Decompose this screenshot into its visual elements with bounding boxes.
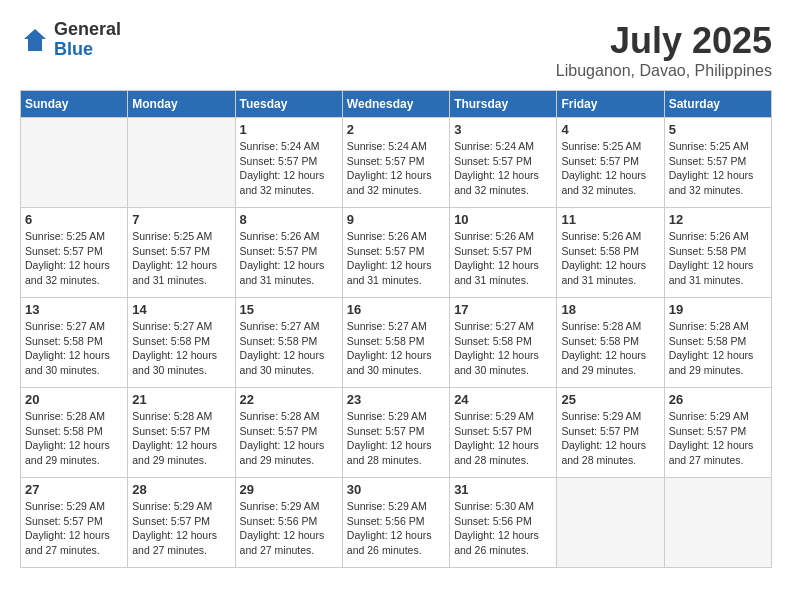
day-cell: 26Sunrise: 5:29 AMSunset: 5:57 PMDayligh… <box>664 388 771 478</box>
weekday-header-sunday: Sunday <box>21 91 128 118</box>
day-info: Sunrise: 5:27 AMSunset: 5:58 PMDaylight:… <box>25 319 123 378</box>
day-info: Sunrise: 5:29 AMSunset: 5:57 PMDaylight:… <box>561 409 659 468</box>
day-info: Sunrise: 5:30 AMSunset: 5:56 PMDaylight:… <box>454 499 552 558</box>
day-number: 23 <box>347 392 445 407</box>
week-row-1: 1Sunrise: 5:24 AMSunset: 5:57 PMDaylight… <box>21 118 772 208</box>
weekday-header-thursday: Thursday <box>450 91 557 118</box>
day-number: 28 <box>132 482 230 497</box>
logo-general-text: General <box>54 20 121 40</box>
week-row-5: 27Sunrise: 5:29 AMSunset: 5:57 PMDayligh… <box>21 478 772 568</box>
month-title: July 2025 <box>556 20 772 62</box>
day-info: Sunrise: 5:29 AMSunset: 5:56 PMDaylight:… <box>240 499 338 558</box>
day-number: 2 <box>347 122 445 137</box>
day-info: Sunrise: 5:29 AMSunset: 5:57 PMDaylight:… <box>132 499 230 558</box>
day-cell <box>21 118 128 208</box>
day-cell: 20Sunrise: 5:28 AMSunset: 5:58 PMDayligh… <box>21 388 128 478</box>
day-number: 15 <box>240 302 338 317</box>
day-cell: 15Sunrise: 5:27 AMSunset: 5:58 PMDayligh… <box>235 298 342 388</box>
day-info: Sunrise: 5:29 AMSunset: 5:57 PMDaylight:… <box>347 409 445 468</box>
week-row-2: 6Sunrise: 5:25 AMSunset: 5:57 PMDaylight… <box>21 208 772 298</box>
day-info: Sunrise: 5:29 AMSunset: 5:56 PMDaylight:… <box>347 499 445 558</box>
day-info: Sunrise: 5:25 AMSunset: 5:57 PMDaylight:… <box>561 139 659 198</box>
day-number: 7 <box>132 212 230 227</box>
day-number: 30 <box>347 482 445 497</box>
day-cell: 31Sunrise: 5:30 AMSunset: 5:56 PMDayligh… <box>450 478 557 568</box>
day-number: 27 <box>25 482 123 497</box>
day-cell: 22Sunrise: 5:28 AMSunset: 5:57 PMDayligh… <box>235 388 342 478</box>
day-info: Sunrise: 5:25 AMSunset: 5:57 PMDaylight:… <box>25 229 123 288</box>
day-number: 5 <box>669 122 767 137</box>
weekday-header-saturday: Saturday <box>664 91 771 118</box>
day-info: Sunrise: 5:26 AMSunset: 5:57 PMDaylight:… <box>454 229 552 288</box>
weekday-header-row: SundayMondayTuesdayWednesdayThursdayFrid… <box>21 91 772 118</box>
weekday-header-monday: Monday <box>128 91 235 118</box>
day-cell: 18Sunrise: 5:28 AMSunset: 5:58 PMDayligh… <box>557 298 664 388</box>
day-info: Sunrise: 5:26 AMSunset: 5:57 PMDaylight:… <box>240 229 338 288</box>
logo-text: General Blue <box>54 20 121 60</box>
day-info: Sunrise: 5:27 AMSunset: 5:58 PMDaylight:… <box>240 319 338 378</box>
day-info: Sunrise: 5:24 AMSunset: 5:57 PMDaylight:… <box>454 139 552 198</box>
day-info: Sunrise: 5:25 AMSunset: 5:57 PMDaylight:… <box>669 139 767 198</box>
day-cell: 8Sunrise: 5:26 AMSunset: 5:57 PMDaylight… <box>235 208 342 298</box>
day-number: 31 <box>454 482 552 497</box>
day-cell: 4Sunrise: 5:25 AMSunset: 5:57 PMDaylight… <box>557 118 664 208</box>
day-cell <box>557 478 664 568</box>
day-info: Sunrise: 5:26 AMSunset: 5:58 PMDaylight:… <box>669 229 767 288</box>
weekday-header-tuesday: Tuesday <box>235 91 342 118</box>
day-info: Sunrise: 5:27 AMSunset: 5:58 PMDaylight:… <box>454 319 552 378</box>
calendar-table: SundayMondayTuesdayWednesdayThursdayFrid… <box>20 90 772 568</box>
weekday-header-wednesday: Wednesday <box>342 91 449 118</box>
day-number: 3 <box>454 122 552 137</box>
day-info: Sunrise: 5:27 AMSunset: 5:58 PMDaylight:… <box>347 319 445 378</box>
day-cell: 25Sunrise: 5:29 AMSunset: 5:57 PMDayligh… <box>557 388 664 478</box>
day-cell: 6Sunrise: 5:25 AMSunset: 5:57 PMDaylight… <box>21 208 128 298</box>
day-cell: 9Sunrise: 5:26 AMSunset: 5:57 PMDaylight… <box>342 208 449 298</box>
day-cell: 24Sunrise: 5:29 AMSunset: 5:57 PMDayligh… <box>450 388 557 478</box>
day-cell: 16Sunrise: 5:27 AMSunset: 5:58 PMDayligh… <box>342 298 449 388</box>
logo-blue-text: Blue <box>54 40 121 60</box>
day-info: Sunrise: 5:26 AMSunset: 5:57 PMDaylight:… <box>347 229 445 288</box>
day-cell: 17Sunrise: 5:27 AMSunset: 5:58 PMDayligh… <box>450 298 557 388</box>
day-cell: 21Sunrise: 5:28 AMSunset: 5:57 PMDayligh… <box>128 388 235 478</box>
page-header: General Blue July 2025 Libuganon, Davao,… <box>20 20 772 80</box>
day-cell: 10Sunrise: 5:26 AMSunset: 5:57 PMDayligh… <box>450 208 557 298</box>
day-cell: 3Sunrise: 5:24 AMSunset: 5:57 PMDaylight… <box>450 118 557 208</box>
title-block: July 2025 Libuganon, Davao, Philippines <box>556 20 772 80</box>
day-cell: 19Sunrise: 5:28 AMSunset: 5:58 PMDayligh… <box>664 298 771 388</box>
location-text: Libuganon, Davao, Philippines <box>556 62 772 80</box>
day-number: 26 <box>669 392 767 407</box>
svg-marker-0 <box>24 29 46 51</box>
day-cell: 11Sunrise: 5:26 AMSunset: 5:58 PMDayligh… <box>557 208 664 298</box>
day-cell: 29Sunrise: 5:29 AMSunset: 5:56 PMDayligh… <box>235 478 342 568</box>
day-info: Sunrise: 5:24 AMSunset: 5:57 PMDaylight:… <box>240 139 338 198</box>
day-number: 19 <box>669 302 767 317</box>
day-cell <box>664 478 771 568</box>
day-info: Sunrise: 5:29 AMSunset: 5:57 PMDaylight:… <box>454 409 552 468</box>
day-number: 17 <box>454 302 552 317</box>
day-number: 13 <box>25 302 123 317</box>
day-cell <box>128 118 235 208</box>
day-number: 9 <box>347 212 445 227</box>
day-info: Sunrise: 5:28 AMSunset: 5:57 PMDaylight:… <box>240 409 338 468</box>
day-number: 21 <box>132 392 230 407</box>
day-cell: 5Sunrise: 5:25 AMSunset: 5:57 PMDaylight… <box>664 118 771 208</box>
day-number: 20 <box>25 392 123 407</box>
day-info: Sunrise: 5:28 AMSunset: 5:58 PMDaylight:… <box>669 319 767 378</box>
day-cell: 13Sunrise: 5:27 AMSunset: 5:58 PMDayligh… <box>21 298 128 388</box>
day-number: 6 <box>25 212 123 227</box>
day-number: 22 <box>240 392 338 407</box>
day-info: Sunrise: 5:29 AMSunset: 5:57 PMDaylight:… <box>669 409 767 468</box>
day-number: 24 <box>454 392 552 407</box>
day-number: 29 <box>240 482 338 497</box>
day-number: 18 <box>561 302 659 317</box>
day-info: Sunrise: 5:25 AMSunset: 5:57 PMDaylight:… <box>132 229 230 288</box>
logo-icon <box>20 25 50 55</box>
day-number: 16 <box>347 302 445 317</box>
day-cell: 30Sunrise: 5:29 AMSunset: 5:56 PMDayligh… <box>342 478 449 568</box>
day-cell: 14Sunrise: 5:27 AMSunset: 5:58 PMDayligh… <box>128 298 235 388</box>
day-number: 8 <box>240 212 338 227</box>
day-info: Sunrise: 5:26 AMSunset: 5:58 PMDaylight:… <box>561 229 659 288</box>
day-info: Sunrise: 5:29 AMSunset: 5:57 PMDaylight:… <box>25 499 123 558</box>
week-row-4: 20Sunrise: 5:28 AMSunset: 5:58 PMDayligh… <box>21 388 772 478</box>
day-info: Sunrise: 5:24 AMSunset: 5:57 PMDaylight:… <box>347 139 445 198</box>
